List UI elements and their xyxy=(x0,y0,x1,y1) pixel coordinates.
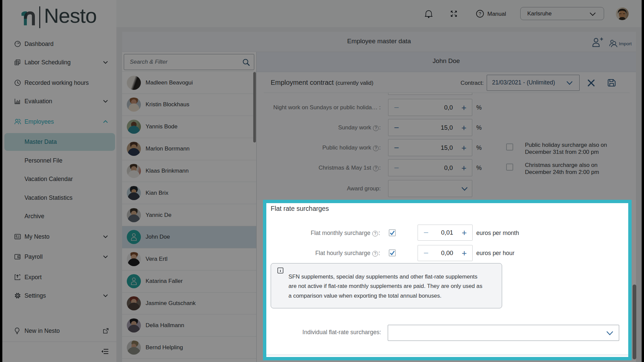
svg-text:?: ? xyxy=(479,11,481,16)
